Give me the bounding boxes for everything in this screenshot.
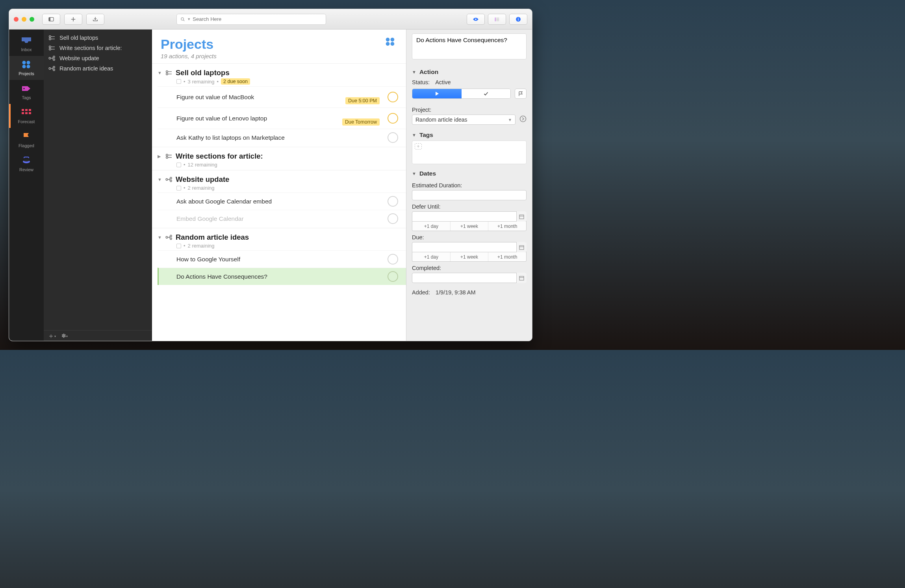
task-row[interactable]: How to Google Yourself: [158, 250, 406, 268]
add-tag-button[interactable]: +: [415, 143, 422, 150]
info-icon: [515, 16, 521, 22]
section-tags[interactable]: ▼Tags: [412, 129, 527, 141]
status-active-button[interactable]: [412, 89, 462, 98]
defer-plus-1-month[interactable]: +1 month: [488, 222, 526, 231]
close-window-button[interactable]: [14, 17, 19, 22]
svg-point-36: [391, 38, 395, 42]
status-label: Status:: [412, 79, 430, 85]
nav-flagged[interactable]: Flagged: [9, 128, 44, 152]
flag-button[interactable]: [515, 89, 527, 99]
task-row-selected[interactable]: Do Actions Have Consequences?: [158, 268, 406, 285]
status-circle[interactable]: [388, 254, 398, 264]
completed-date-field[interactable]: [412, 273, 527, 283]
eye-icon: [473, 16, 479, 22]
svg-point-33: [53, 66, 55, 68]
action-menu-button[interactable]: ✽▾: [61, 333, 68, 339]
search-field[interactable]: ▾: [176, 14, 326, 25]
add-menu-button[interactable]: ＋▾: [48, 331, 56, 340]
chevron-down-icon: ▼: [412, 171, 416, 176]
task-row[interactable]: Embed Google Calendar: [158, 210, 406, 227]
svg-point-44: [170, 177, 172, 179]
sidebar-project-row[interactable]: Sell old laptops: [44, 33, 152, 43]
svg-point-46: [166, 237, 168, 239]
nav-projects[interactable]: Projects: [9, 56, 44, 80]
new-item-button[interactable]: [64, 14, 82, 25]
parallel-icon: [48, 55, 56, 61]
defer-plus-1-day[interactable]: +1 day: [412, 222, 450, 231]
task-row[interactable]: Ask about Google Calendar embed: [158, 192, 406, 210]
note-icon[interactable]: [176, 186, 181, 190]
due-plus-1-week[interactable]: +1 week: [450, 252, 488, 261]
status-circle[interactable]: [388, 113, 398, 124]
inspector-button[interactable]: [509, 14, 527, 25]
svg-point-39: [166, 71, 168, 73]
calendar-button[interactable]: [516, 242, 527, 252]
note-icon[interactable]: [176, 244, 181, 248]
section-dates[interactable]: ▼Dates: [412, 168, 527, 179]
due-date-field[interactable]: [412, 242, 527, 252]
view-button[interactable]: [467, 14, 485, 25]
nav-forecast[interactable]: Forecast: [9, 104, 44, 128]
defer-quick-buttons: +1 day +1 week +1 month: [412, 222, 527, 231]
nav-tags[interactable]: Tags: [9, 80, 44, 104]
status-segmented: [412, 89, 511, 99]
defer-label: Defer Until:: [412, 200, 527, 211]
window-body: Inbox Projects Tags Forecast Flagged Rev…: [9, 30, 532, 341]
main-content: Projects 19 actions, 4 projects ▼ Sell o…: [152, 30, 406, 341]
group-header[interactable]: ▼ Random article ideas: [158, 231, 406, 242]
disclosure-triangle-icon[interactable]: ▼: [158, 177, 162, 182]
due-plus-1-day[interactable]: +1 day: [412, 252, 450, 261]
status-circle[interactable]: [388, 196, 398, 207]
project-select[interactable]: Random article ideas ▼: [412, 115, 516, 125]
toggle-sidebar-button[interactable]: [42, 14, 60, 25]
task-row[interactable]: Figure out value of MacBook Due 5:00 PM: [158, 86, 406, 107]
sidebar-project-row[interactable]: Random article ideas: [44, 63, 152, 74]
toolbar-right: [467, 14, 527, 25]
task-title: Figure out value of Lenovo laptop: [176, 115, 338, 122]
status-circle[interactable]: [388, 132, 398, 143]
tags-field[interactable]: +: [412, 141, 527, 164]
section-action[interactable]: ▼Action: [412, 67, 527, 78]
group-header[interactable]: ▼ Sell old laptops: [158, 67, 406, 77]
estimated-label: Estimated Duration:: [412, 179, 527, 190]
nav-inbox[interactable]: Inbox: [9, 32, 44, 56]
remaining-count: 2 remaining: [188, 243, 215, 249]
due-plus-1-month[interactable]: +1 month: [488, 252, 526, 261]
search-dropdown-icon[interactable]: ▾: [188, 17, 190, 22]
zoom-window-button[interactable]: [30, 17, 34, 22]
calendar-button[interactable]: [516, 211, 527, 222]
item-title-field[interactable]: [412, 33, 527, 59]
status-circle[interactable]: [388, 271, 398, 282]
disclosure-triangle-icon[interactable]: ▼: [158, 235, 162, 240]
estimated-duration-field[interactable]: [412, 190, 527, 200]
note-icon[interactable]: [176, 163, 181, 167]
inbox-icon: [9, 36, 44, 45]
sidebar-project-row[interactable]: Write sections for article:: [44, 43, 152, 53]
nav-label: Review: [9, 167, 44, 172]
sequential-icon: [48, 35, 56, 41]
disclosure-triangle-icon[interactable]: ▶: [158, 154, 162, 159]
svg-point-34: [53, 69, 55, 70]
status-circle[interactable]: [388, 213, 398, 224]
calendar-button[interactable]: [516, 273, 527, 283]
group-title: Sell old laptops: [176, 68, 230, 77]
search-input[interactable]: [193, 16, 323, 22]
outline[interactable]: ▼ Sell old laptops • 3 remaining • 2 due…: [152, 63, 406, 341]
sidebar-project-row[interactable]: Website update: [44, 53, 152, 63]
disclosure-triangle-icon[interactable]: ▼: [158, 70, 162, 75]
minimize-window-button[interactable]: [22, 17, 26, 22]
quick-entry-button[interactable]: [86, 14, 104, 25]
list-view-button[interactable]: [488, 14, 506, 25]
group-header[interactable]: ▶ Write sections for article:: [158, 150, 406, 161]
status-circle[interactable]: [388, 92, 398, 102]
goto-project-button[interactable]: [519, 115, 527, 124]
svg-point-28: [49, 48, 51, 50]
status-completed-button[interactable]: [462, 89, 511, 98]
nav-review[interactable]: Review: [9, 152, 44, 176]
task-row[interactable]: Ask Kathy to list laptops on Marketplace: [158, 129, 406, 146]
task-row[interactable]: Figure out value of Lenovo laptop Due To…: [158, 107, 406, 129]
defer-date-field[interactable]: [412, 211, 527, 222]
defer-plus-1-week[interactable]: +1 week: [450, 222, 488, 231]
group-header[interactable]: ▼ Website update: [158, 174, 406, 184]
note-icon[interactable]: [176, 79, 181, 84]
